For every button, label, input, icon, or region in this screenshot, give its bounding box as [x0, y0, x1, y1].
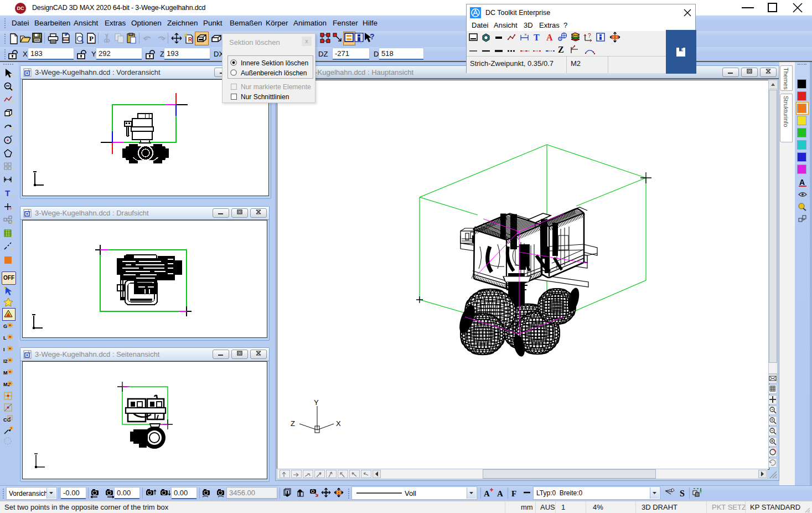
svg-text:X: X [336, 419, 341, 428]
svg-text:A: A [799, 178, 805, 187]
svg-text:M: M [3, 370, 8, 376]
svg-text:T: T [534, 33, 540, 42]
svg-text:Voll: Voll [405, 489, 416, 497]
svg-text:S: S [680, 489, 685, 498]
svg-text:P: P [89, 34, 94, 43]
svg-text:Z: Z [558, 45, 564, 54]
svg-text:F: F [511, 489, 516, 498]
svg-text:T: T [5, 188, 10, 198]
svg-text:L: L [3, 335, 7, 341]
svg-text:G: G [3, 324, 7, 329]
svg-text:Y: Y [314, 398, 319, 407]
svg-text:R: R [188, 37, 193, 43]
svg-text:Z: Z [291, 419, 295, 428]
svg-text:?: ? [370, 32, 375, 41]
svg-text:A: A [497, 489, 503, 498]
svg-text:?: ? [588, 33, 591, 39]
svg-text:A: A [484, 489, 490, 498]
svg-text:I2: I2 [3, 358, 8, 364]
svg-text:A: A [546, 33, 553, 42]
svg-text:I: I [3, 347, 5, 352]
